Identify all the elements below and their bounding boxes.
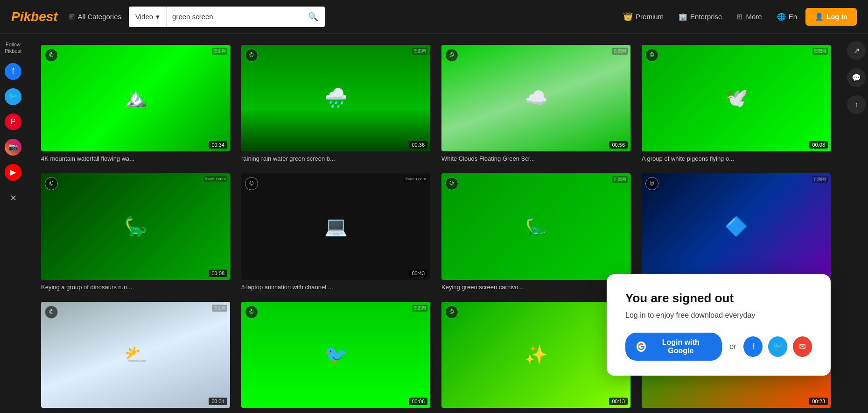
more-link[interactable]: ⊞ More [730,9,768,25]
video-thumbnail: ✨ © 巴图网 00:13 [441,302,630,408]
watermark: 巴图网 [812,48,828,55]
search-input[interactable] [167,13,301,21]
video-title: White Clouds Floating Green Scr... [441,155,630,162]
video-title: A group of white pigeons flying o... [642,155,831,162]
video-card[interactable]: 🦕 © 巴图网 Keying green screen carnivo... [441,173,630,291]
video-title: Keying green screen carnivo... [441,284,630,291]
all-categories-label: All Categories [78,13,121,21]
thumb-background: 🕊️ [642,45,831,151]
right-sidebar: ↗ 💬 ↑ [845,34,868,413]
search-button[interactable]: 🔍 [301,12,325,22]
watermark: 巴图网 [612,176,628,183]
search-bar: Video ▾ 🔍 [129,7,325,27]
upload-button[interactable]: ↑ [847,95,866,114]
facebook-follow-icon[interactable]: f [5,63,21,80]
instagram-follow-icon[interactable]: 📷 [5,139,21,156]
email-icon: ✉ [799,342,806,352]
upload-icon: ↑ [854,100,858,109]
share-button[interactable]: ↗ [847,41,866,60]
facebook-login-button[interactable]: f [743,336,763,357]
video-title: 5 laptop animation with channel ... [241,284,430,291]
nav-items: 👑 Premium 🏢 Enterprise ⊞ More 🌐 En 👤 Log… [616,8,857,26]
duration-badge: 00:06 [409,398,427,405]
popup-actions: Login with Google or f 🐦 ✉ [625,333,812,361]
enterprise-link[interactable]: 🏢 Enterprise [672,9,728,25]
watermark: ibaotu.com [404,176,427,182]
google-login-label: Login with Google [651,338,711,355]
watermark: 巴图网 [412,48,427,55]
video-thumbnail: 🌧️ © 巴图网 00:36 [241,45,430,151]
lang-label: En [789,13,797,21]
video-title: Keying a group of dinosaurs run... [41,284,230,291]
enterprise-label: Enterprise [690,13,722,21]
thumb-background: 💻 [241,173,430,280]
watermark: ibaotu.com [204,176,227,182]
thumb-background: ✨ [441,302,630,408]
video-title: 4K mountain waterfall flowing wa... [41,155,230,162]
grid-icon: ⊞ [69,13,75,21]
search-icon: 🔍 [308,12,318,21]
pinterest-follow-icon[interactable]: P [5,114,21,130]
video-thumbnail: 🕊️ © 巴图网 00:08 [642,45,831,151]
all-categories-button[interactable]: ⊞ All Categories [69,13,121,21]
copyright-badge: © [45,306,58,319]
copyright-badge: © [45,177,58,190]
watermark: 巴图网 [812,176,828,183]
duration-badge: 00:08 [809,141,828,149]
video-thumbnail: 🦕 © ibaotu.com 00:08 [41,173,230,280]
more-grid-icon: ⊞ [737,13,743,21]
video-card[interactable]: ☁️ © 巴图网 00:56 White Clouds Floating Gre… [441,45,630,162]
copyright-badge: © [445,306,458,319]
duration-badge: 00:08 [209,270,227,277]
login-button[interactable]: 👤 Log In [805,8,857,26]
twitter-login-button[interactable]: 🐦 [768,336,787,357]
video-card[interactable]: 🌧️ © 巴图网 00:36 raining rain water green … [241,45,430,162]
video-thumbnail: 🔷 © 巴图网 [642,173,831,280]
video-card[interactable]: 🏔️ © 巴图网 00:34 4K mountain waterfall flo… [41,45,230,162]
duration-badge: 00:36 [409,141,427,149]
signin-popup: You are signed out Log in to enjoy free … [607,274,831,376]
copyright-badge: © [245,306,258,319]
duration-badge: 00:34 [209,141,227,149]
thumb-background: ⛅ [41,302,230,408]
logo[interactable]: Pikbest [11,9,58,24]
more-label: More [746,13,762,21]
close-sidebar-button[interactable]: ✕ [10,193,17,203]
twitter-follow-icon[interactable]: 🐦 [5,88,21,105]
email-login-button[interactable]: ✉ [793,336,812,357]
video-card[interactable]: 🔷 © 巴图网 [642,173,831,291]
copyright-badge: © [45,49,58,62]
follow-label: Follow Pikbest [0,41,26,55]
twitter-icon: 🐦 [773,342,783,352]
google-login-button[interactable]: Login with Google [625,333,722,361]
header: Pikbest ⊞ All Categories Video ▾ 🔍 👑 Pre… [0,0,868,34]
language-selector[interactable]: 🌐 En [770,9,804,25]
copyright-badge: © [245,49,258,62]
search-type-selector[interactable]: Video ▾ [129,7,167,27]
video-card[interactable]: 🦕 © ibaotu.com 00:08 Keying a group of d… [41,173,230,291]
premium-label: Premium [636,13,664,21]
or-label: or [729,342,736,351]
login-label: Log In [826,13,847,21]
video-card[interactable]: ⛅ © 巴图网 00:31 [41,302,230,408]
video-thumbnail: 💻 © ibaotu.com 00:43 [241,173,430,280]
duration-badge: 00:23 [809,398,828,405]
video-card[interactable]: 🐦 © 巴图网 00:06 [241,302,430,408]
comment-button[interactable]: 💬 [847,68,866,87]
user-icon: 👤 [815,13,824,21]
premium-link[interactable]: 👑 Premium [616,8,670,25]
youtube-follow-icon[interactable]: ▶ [5,164,21,181]
enterprise-icon: 🏢 [679,13,687,21]
copyright-badge: © [445,49,458,62]
duration-badge: 00:31 [209,398,227,405]
video-card[interactable]: 🕊️ © 巴图网 00:08 A group of white pigeons … [642,45,831,162]
thumb-background: 🐦 [241,302,430,408]
video-title: raining rain water green screen b... [241,155,430,162]
video-card[interactable]: ✨ © 巴图网 00:13 [441,302,630,408]
comment-icon: 💬 [852,73,861,82]
duration-badge: 00:13 [609,398,628,405]
video-thumbnail: ☁️ © 巴图网 00:56 [441,45,630,151]
video-card[interactable]: 💻 © ibaotu.com 00:43 5 laptop animation … [241,173,430,291]
thumb-background: 🌧️ [241,45,430,151]
video-thumbnail: 🏔️ © 巴图网 00:34 [41,45,230,151]
